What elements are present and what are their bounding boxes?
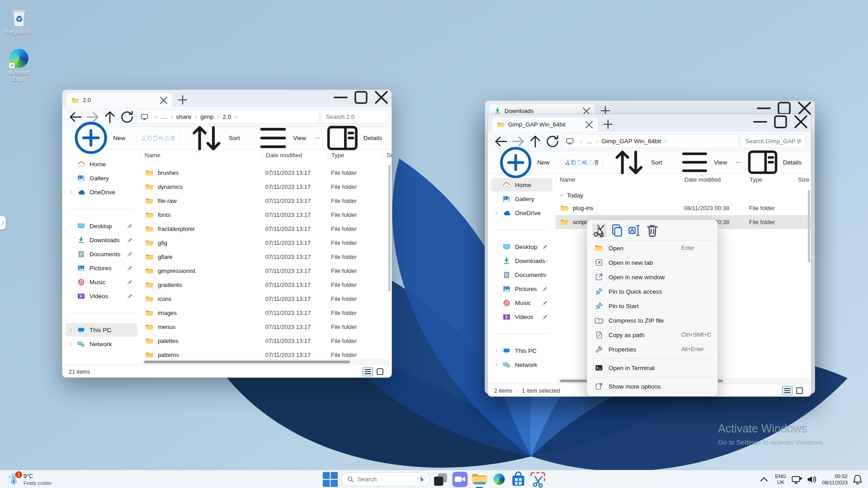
- vertical-scrollbar[interactable]: [388, 163, 391, 357]
- context-menu-item-compress-to-zip-file[interactable]: Compress to ZIP file: [589, 313, 716, 328]
- copy-button[interactable]: [146, 131, 152, 146]
- share-button[interactable]: [588, 155, 594, 170]
- delete-button[interactable]: [594, 155, 599, 170]
- chevron-right-icon[interactable]: [69, 190, 73, 194]
- search-input[interactable]: [745, 138, 801, 145]
- details-pane-button[interactable]: Details: [321, 131, 386, 146]
- column-header-type[interactable]: Type: [327, 151, 382, 160]
- file-explorer-button[interactable]: [471, 472, 488, 487]
- chevron-right-icon[interactable]: [494, 211, 499, 215]
- new-button[interactable]: New: [68, 131, 134, 146]
- sidebar-item-gallery[interactable]: Gallery: [491, 192, 552, 206]
- sidebar-item-home[interactable]: Home: [491, 178, 552, 192]
- sidebar-item-videos[interactable]: Videos: [66, 289, 137, 303]
- file-row-plug-ins[interactable]: plug-ins 08/11/2023 00:38 File folder: [556, 201, 811, 215]
- tab-2.0[interactable]: 2.0: [66, 93, 172, 107]
- sidebar-item-music[interactable]: Music: [491, 296, 552, 310]
- notification-bell-icon[interactable]: [852, 473, 863, 486]
- close-button[interactable]: [791, 114, 811, 129]
- context-menu-item-open-in-new-tab[interactable]: Open in new tab: [589, 255, 716, 270]
- column-header-name[interactable]: Name: [556, 176, 680, 184]
- copy-button[interactable]: [571, 155, 576, 170]
- file-row-palettes[interactable]: palettes 07/11/2023 13:17 File folder: [141, 334, 392, 348]
- language-indicator[interactable]: ENG UK: [773, 474, 788, 485]
- icons-view-toggle[interactable]: [375, 367, 385, 376]
- paste-button[interactable]: [576, 155, 582, 170]
- rename-button[interactable]: [158, 131, 164, 146]
- share-button[interactable]: [164, 131, 170, 146]
- cut-button[interactable]: [565, 155, 571, 170]
- file-row-file-raw[interactable]: file-raw 07/11/2023 13:17 File folder: [141, 194, 392, 208]
- sidebar-item-desktop[interactable]: Desktop: [491, 240, 552, 253]
- context-menu-item-copy-as-path[interactable]: Copy as path Ctrl+Shift+C: [589, 328, 716, 342]
- sidebar-item-network[interactable]: Network: [66, 337, 137, 351]
- sort-button[interactable]: Sort: [183, 131, 249, 146]
- refresh-button[interactable]: [119, 110, 135, 124]
- file-row-images[interactable]: images 07/11/2023 13:17 File folder: [141, 306, 392, 320]
- column-header-name[interactable]: Name: [141, 151, 262, 160]
- column-header-size[interactable]: Size: [794, 176, 811, 184]
- paste-button[interactable]: [152, 131, 158, 146]
- volume-icon[interactable]: [806, 473, 818, 486]
- icons-view-toggle[interactable]: [794, 386, 805, 395]
- new-tab-button[interactable]: [176, 94, 189, 106]
- details-pane-button[interactable]: Details: [741, 155, 806, 170]
- context-menu-item-open[interactable]: Open Enter: [589, 241, 716, 255]
- refresh-button[interactable]: [545, 135, 560, 148]
- breadcrumb-segment[interactable]: …: [161, 113, 176, 120]
- new-tab-button[interactable]: [601, 118, 615, 130]
- context-menu-item-pin-to-quick-access[interactable]: Pin to Quick access: [589, 284, 716, 299]
- sidebar-item-gallery[interactable]: Gallery: [66, 171, 137, 185]
- new-button[interactable]: New: [493, 155, 558, 170]
- maximize-button[interactable]: [351, 90, 371, 105]
- start-button[interactable]: [322, 472, 339, 487]
- chevron-right-icon[interactable]: [494, 348, 499, 353]
- widgets-panel-handle[interactable]: [0, 216, 6, 230]
- tab-close-icon[interactable]: [158, 95, 170, 106]
- network-icon[interactable]: [791, 473, 803, 486]
- sidebar-item-onedrive[interactable]: OneDrive: [491, 206, 552, 220]
- taskbar-search-input[interactable]: [358, 476, 414, 483]
- context-menu-item-show-more-options[interactable]: Show more options: [589, 379, 716, 394]
- context-menu-item-pin-to-start[interactable]: Pin to Start: [589, 299, 716, 313]
- file-row-fonts[interactable]: fonts 07/11/2023 13:17 File folder: [141, 208, 392, 222]
- file-row-dynamics[interactable]: dynamics 07/11/2023 13:17 File folder: [141, 180, 392, 194]
- column-header-date[interactable]: Date modified: [262, 151, 327, 160]
- chevron-right-icon[interactable]: [69, 342, 73, 346]
- sidebar-item-videos[interactable]: Videos: [491, 310, 552, 324]
- clock[interactable]: 00:52 08/11/2023: [821, 473, 849, 486]
- sidebar-item-this-pc[interactable]: This PC: [491, 344, 552, 357]
- file-row-icons[interactable]: icons 07/11/2023 13:17 File folder: [141, 292, 392, 306]
- sidebar-item-pictures[interactable]: Pictures: [66, 261, 137, 275]
- column-header-date[interactable]: Date modified: [680, 176, 745, 184]
- taskbar-search[interactable]: [341, 472, 430, 486]
- store-button[interactable]: [510, 472, 527, 487]
- file-row-gradients[interactable]: gradients 07/11/2023 13:17 File folder: [141, 278, 392, 292]
- task-view-button[interactable]: [432, 472, 449, 487]
- sidebar-item-pictures[interactable]: Pictures: [491, 282, 552, 296]
- chat-button[interactable]: [452, 472, 469, 487]
- file-row-menus[interactable]: menus 07/11/2023 13:17 File folder: [141, 320, 392, 334]
- context-menu-item-properties[interactable]: Properties Alt+Enter: [589, 342, 716, 357]
- more-options-button[interactable]: [736, 155, 741, 170]
- sidebar-item-network[interactable]: Network: [491, 358, 552, 371]
- details-view-toggle[interactable]: [363, 367, 373, 376]
- desktop-icon-recycle-bin[interactable]: ♻ Recycle Bin: [0, 5, 38, 35]
- tab-gimp-gap-win-64bit[interactable]: Gimp_GAP Win_64bit: [492, 117, 598, 131]
- desktop-icon-microsoft-edge[interactable]: ↗ Microsoft Edge: [0, 49, 38, 82]
- horizontal-scrollbar[interactable]: [142, 359, 391, 365]
- vertical-scrollbar[interactable]: [808, 188, 811, 376]
- maximize-button[interactable]: [770, 114, 791, 129]
- group-header-today[interactable]: Today: [556, 189, 811, 201]
- rename-button[interactable]: [582, 155, 588, 170]
- file-row-brushes[interactable]: brushes 07/11/2023 13:17 File folder: [141, 166, 392, 180]
- view-button[interactable]: View: [248, 131, 314, 146]
- breadcrumb[interactable]: … share gimp 2.0: [137, 110, 319, 124]
- minimize-button[interactable]: [330, 90, 351, 105]
- sidebar-item-onedrive[interactable]: OneDrive: [66, 185, 137, 199]
- sidebar-item-desktop[interactable]: Desktop: [66, 219, 137, 233]
- weather-widget[interactable]: 1 9°C Feels colder: [4, 470, 56, 488]
- column-header-type[interactable]: Type: [745, 176, 794, 184]
- context-menu-item-open-in-new-window[interactable]: Open in new window: [589, 270, 716, 284]
- cut-button[interactable]: [141, 131, 146, 146]
